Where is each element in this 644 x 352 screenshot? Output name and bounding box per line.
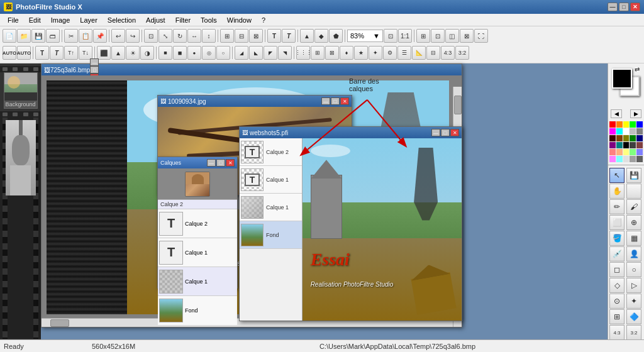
palette-color[interactable] (630, 128, 636, 135)
tb-flip-h[interactable]: ↔ (187, 29, 201, 43)
palette-color[interactable] (630, 142, 636, 148)
tool-aspect1[interactable]: 4:3 (609, 325, 625, 340)
tb2-t4[interactable]: T↓ (79, 46, 92, 60)
tb2-light[interactable]: ☀ (126, 46, 140, 60)
tb2-sharp[interactable]: ▲ (111, 46, 125, 60)
tool-select[interactable]: ↖ (609, 168, 625, 183)
tb2-extra4[interactable]: ✦ (369, 46, 382, 60)
tb2-auto1[interactable]: AUTO (3, 46, 16, 60)
tb-shape2[interactable]: ◆ (314, 29, 328, 43)
pfi-maximize[interactable]: □ (441, 129, 450, 136)
jpg-maximize[interactable]: □ (331, 97, 340, 105)
palette-color[interactable] (623, 149, 630, 155)
palette-color[interactable] (616, 128, 623, 135)
layers-palette-min[interactable]: — (207, 159, 216, 167)
palette-next[interactable]: ▶ (630, 109, 641, 118)
tb2-drop4[interactable]: ◥ (278, 46, 292, 60)
layer-item-fond[interactable]: Fond (240, 221, 302, 249)
tb2-t1[interactable]: T (35, 46, 49, 60)
menu-filter[interactable]: Filter (170, 15, 196, 25)
tb-shape3[interactable]: ⬟ (329, 29, 343, 43)
bmp-minimize[interactable]: — (90, 58, 99, 66)
tool-fill[interactable]: 🪣 (609, 231, 625, 246)
tb2-drop1[interactable]: ◢ (235, 46, 248, 60)
palette-color[interactable] (616, 149, 623, 155)
zoom-input[interactable] (350, 32, 373, 40)
palette-color[interactable] (609, 135, 616, 141)
tool-rect[interactable]: ◻ (609, 262, 625, 277)
tool-gradient[interactable]: ▦ (626, 231, 641, 246)
menu-adjust[interactable]: Adjust (141, 15, 170, 25)
foreground-color-swatch[interactable] (612, 69, 632, 89)
tool-aspect2[interactable]: 3:2 (626, 325, 641, 340)
tb-text2[interactable]: T (282, 29, 296, 43)
tb-crop[interactable]: ⊡ (144, 29, 158, 43)
tool-pencil[interactable]: ✏ (609, 199, 625, 214)
menu-image[interactable]: Image (46, 15, 75, 25)
palette-color[interactable] (609, 128, 616, 135)
menu-help[interactable]: ? (257, 15, 270, 25)
zoom-dropdown-icon[interactable]: ▼ (373, 32, 380, 40)
tb-resize[interactable]: ⤡ (158, 29, 172, 43)
tb2-grid[interactable]: ⋮⋮⋮ (296, 46, 310, 60)
layer-item-calque2[interactable]: T Calque 2 (240, 138, 302, 166)
palette-prev[interactable]: ◀ (611, 109, 622, 118)
tb-cut[interactable]: ✂ (64, 29, 78, 43)
menu-selection[interactable]: Selection (103, 15, 141, 25)
tb2-extra8[interactable]: ⊟ (426, 46, 440, 60)
tb-view3[interactable]: ◫ (445, 29, 459, 43)
palette-color[interactable] (636, 142, 643, 148)
palette-color[interactable] (636, 156, 643, 162)
tb2-t2[interactable]: T (50, 46, 64, 60)
palette-color[interactable] (630, 156, 636, 162)
pfi-window[interactable]: 🖼 webshots5.pfi — □ ✕ (239, 126, 462, 321)
palette-color[interactable] (609, 149, 616, 155)
palette-color[interactable] (636, 121, 643, 128)
tool-portrait[interactable]: 👤 (626, 246, 641, 261)
menu-window[interactable]: Window (222, 15, 257, 25)
maximize-button[interactable]: □ (619, 3, 629, 11)
palette-color[interactable] (616, 142, 623, 148)
tb-view1[interactable]: ⊞ (416, 29, 430, 43)
tb-redo[interactable]: ↪ (126, 29, 140, 43)
tb-undo[interactable]: ↩ (111, 29, 125, 43)
pfi-close[interactable]: ✕ (450, 129, 459, 136)
tb2-brush3[interactable]: ○ (216, 46, 230, 60)
layers-palette-window[interactable]: Calques — □ ✕ Calque 2 (157, 157, 238, 289)
palette-color[interactable] (623, 128, 630, 135)
menu-edit[interactable]: Edit (24, 15, 46, 25)
palette-color[interactable] (609, 156, 616, 162)
tb2-grid2[interactable]: ⊞ (311, 46, 325, 60)
tb2-t3[interactable]: T↑ (64, 46, 78, 60)
menu-layer[interactable]: Layer (75, 15, 103, 25)
tb2-extra9[interactable]: 4:3 (441, 46, 455, 60)
palette-color[interactable] (623, 135, 630, 141)
tb-view4[interactable]: ⊠ (460, 29, 474, 43)
tool-circle-shape[interactable]: ○ (626, 262, 641, 277)
palette-color[interactable] (623, 156, 630, 162)
tb-sel-none[interactable]: ⊟ (235, 29, 248, 43)
tb2-extra5[interactable]: ⚙ (383, 46, 397, 60)
tool-polygon[interactable]: ◇ (609, 278, 625, 293)
tb2-brush2[interactable]: ◎ (202, 46, 216, 60)
tb-saveall[interactable]: 🗃 (46, 29, 60, 43)
tb-paste[interactable]: 📌 (93, 29, 107, 43)
layers-palette-calque1-img[interactable]: Calque 1 (158, 267, 237, 296)
tb2-extra3[interactable]: ★ (354, 46, 368, 60)
tool-save-btn[interactable]: 💾 (626, 168, 641, 183)
close-button[interactable]: ✕ (630, 3, 640, 11)
tb2-drop3[interactable]: ◤ (264, 46, 277, 60)
menu-file[interactable]: File (3, 15, 24, 25)
palette-color[interactable] (616, 156, 623, 162)
layers-palette-calque1[interactable]: T Calque 1 (158, 238, 237, 267)
swap-colors-button[interactable]: ⇄ (633, 65, 641, 74)
bmp-maximize[interactable]: □ (90, 66, 99, 74)
palette-color[interactable] (636, 149, 643, 155)
tb-fullscreen[interactable]: ⛶ (474, 29, 488, 43)
tb-new[interactable]: 📄 (3, 29, 16, 43)
palette-color[interactable] (609, 121, 616, 128)
tb-shape1[interactable]: ▲ (300, 29, 314, 43)
palette-color[interactable] (636, 128, 643, 135)
layers-list[interactable]: T Calque 2 T Calque 1 (240, 138, 303, 321)
palette-color[interactable] (623, 142, 630, 148)
